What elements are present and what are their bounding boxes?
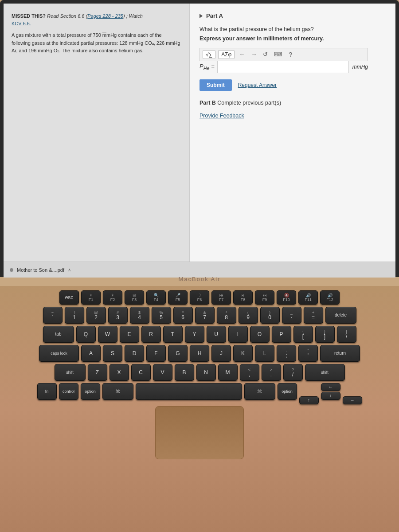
key-h[interactable]: H <box>190 345 209 362</box>
key-arrow-left[interactable]: ← <box>321 383 340 391</box>
key-semicolon[interactable]: : ; <box>277 345 296 362</box>
key-4[interactable]: $ 4 <box>130 307 149 324</box>
key-9[interactable]: ( 9 <box>239 307 258 324</box>
kcv-link[interactable]: KCV 6.6. <box>12 21 31 26</box>
key-quote[interactable]: " ' <box>298 345 318 362</box>
key-v[interactable]: V <box>153 364 172 381</box>
key-y[interactable]: Y <box>185 326 204 343</box>
key-b[interactable]: B <box>175 364 194 381</box>
key-comma[interactable]: < , <box>240 364 259 381</box>
key-t[interactable]: T <box>163 326 183 343</box>
key-f4[interactable]: 🔍 F4 <box>146 290 166 305</box>
key-g[interactable]: G <box>168 345 188 362</box>
key-option-left[interactable]: option <box>81 383 100 400</box>
key-7[interactable]: & 7 <box>195 307 215 324</box>
key-3[interactable]: # 3 <box>108 307 128 324</box>
key-o[interactable]: O <box>250 326 270 343</box>
touchpad[interactable] <box>155 406 244 459</box>
key-command-right[interactable]: ⌘ <box>244 383 275 400</box>
redo-icon[interactable]: → <box>249 50 258 59</box>
key-space[interactable] <box>136 383 242 400</box>
key-2[interactable]: @ 2 <box>86 307 106 324</box>
key-i[interactable]: I <box>228 326 248 343</box>
file-dot <box>10 268 13 272</box>
key-f12[interactable]: 🔊 F12 <box>320 290 340 305</box>
key-s[interactable]: S <box>103 345 122 362</box>
key-return[interactable]: return <box>320 345 360 362</box>
key-p[interactable]: P <box>272 326 291 343</box>
key-option-right[interactable]: option <box>278 383 297 400</box>
key-f2[interactable]: ☀ F2 <box>103 290 122 305</box>
pages-link[interactable]: Pages 228 - 235 <box>87 13 123 19</box>
collapse-icon[interactable] <box>200 14 203 18</box>
key-f8[interactable]: ⏯ F8 <box>233 290 253 305</box>
key-slash[interactable]: ? / <box>283 364 303 381</box>
key-w[interactable]: W <box>98 326 117 343</box>
key-e[interactable]: E <box>120 326 139 343</box>
key-l[interactable]: L <box>255 345 274 362</box>
key-f11[interactable]: 🔊 F11 <box>298 290 318 305</box>
key-tab[interactable]: tab <box>43 326 74 343</box>
chevron-up-icon[interactable]: ∧ <box>68 267 71 272</box>
key-capslock[interactable]: caps lock <box>39 345 79 362</box>
key-f1[interactable]: ☀ F1 <box>81 290 101 305</box>
keyboard-icon[interactable]: ⌨ <box>272 50 284 59</box>
key-tilde[interactable]: ~ ` <box>43 307 63 324</box>
key-period[interactable]: > . <box>262 364 281 381</box>
key-rbracket[interactable]: } ] <box>315 326 335 343</box>
key-shift-right[interactable]: shift <box>305 364 345 381</box>
submit-button[interactable]: Submit <box>200 79 232 91</box>
key-1[interactable]: ! 1 <box>65 307 84 324</box>
key-minus[interactable]: _ - <box>282 307 301 324</box>
key-q[interactable]: Q <box>76 326 96 343</box>
key-z[interactable]: Z <box>88 364 107 381</box>
key-delete[interactable]: delete <box>325 307 356 324</box>
provide-feedback-link[interactable]: Provide Feedback <box>200 113 244 119</box>
missed-text: Read Section 6.6 (Pages 228 - 235) ; Wat… <box>47 13 143 19</box>
key-a[interactable]: A <box>81 345 101 362</box>
key-j[interactable]: J <box>211 345 231 362</box>
key-r[interactable]: R <box>141 326 161 343</box>
key-backslash[interactable]: | \ <box>337 326 356 343</box>
key-f5[interactable]: 🎤 F5 <box>168 290 188 305</box>
answer-input[interactable] <box>218 61 348 73</box>
key-command-left[interactable]: ⌘ <box>102 383 133 400</box>
key-6[interactable]: ^ 6 <box>173 307 193 324</box>
key-shift-left[interactable]: shift <box>55 364 86 381</box>
help-button[interactable]: ? <box>287 50 294 59</box>
key-fn[interactable]: fn <box>37 383 57 400</box>
key-n[interactable]: N <box>196 364 216 381</box>
key-c[interactable]: C <box>131 364 151 381</box>
math-btn-sigma[interactable]: AΣφ <box>218 50 235 59</box>
keyboard-area: esc ☀ F1 ☀ F2 ⊞ F3 🔍 F4 🎤 F5 <box>0 286 399 400</box>
key-lbracket[interactable]: { [ <box>293 326 313 343</box>
left-panel: MISSED THIS? Read Section 6.6 (Pages 228… <box>4 4 190 270</box>
filename: Mother to Son &....pdf <box>17 267 64 273</box>
key-f3[interactable]: ⊞ F3 <box>125 290 144 305</box>
key-5[interactable]: % 5 <box>152 307 171 324</box>
file-tab[interactable]: Mother to Son &....pdf ∧ <box>10 267 71 273</box>
key-k[interactable]: K <box>233 345 253 362</box>
key-x[interactable]: X <box>110 364 129 381</box>
key-0[interactable]: ) 0 <box>260 307 280 324</box>
key-f[interactable]: F <box>146 345 166 362</box>
key-arrow-right[interactable]: → <box>343 396 362 404</box>
key-m[interactable]: M <box>218 364 238 381</box>
key-f10[interactable]: 🔇 F10 <box>277 290 296 305</box>
key-f6[interactable]: ☽ F6 <box>190 290 209 305</box>
key-esc[interactable]: esc <box>59 290 79 305</box>
key-f7[interactable]: ⏮ F7 <box>211 290 231 305</box>
key-d[interactable]: D <box>125 345 144 362</box>
key-equals[interactable]: + = <box>304 307 323 324</box>
answer-row: PHe = mmHg <box>200 61 368 73</box>
key-control[interactable]: control <box>59 383 78 400</box>
math-btn-sqrt[interactable]: √∑ <box>203 50 215 59</box>
key-f9[interactable]: ⏭ F9 <box>255 290 274 305</box>
key-u[interactable]: U <box>207 326 226 343</box>
undo-icon[interactable]: ← <box>237 50 246 59</box>
key-8[interactable]: * 8 <box>217 307 236 324</box>
refresh-icon[interactable]: ↺ <box>261 50 270 59</box>
request-answer-link[interactable]: Request Answer <box>238 82 277 88</box>
key-arrow-up[interactable]: ↑ <box>299 396 319 404</box>
key-arrow-down[interactable]: ↓ <box>321 392 340 400</box>
